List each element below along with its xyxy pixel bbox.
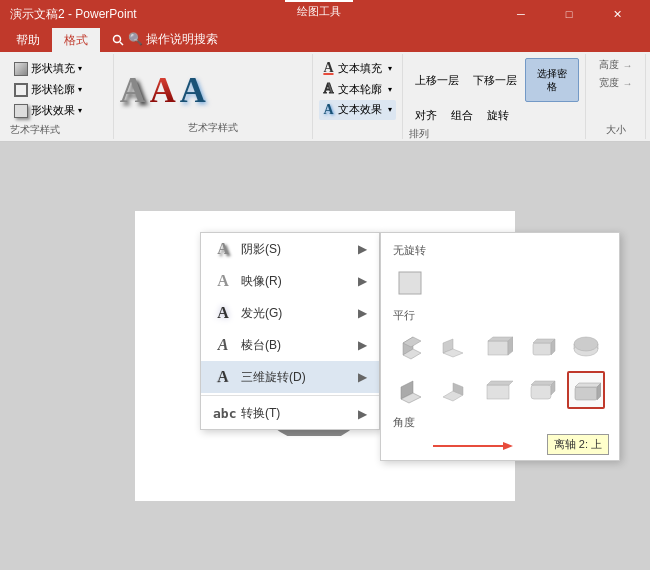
select-dense-label: 选择密格 bbox=[532, 67, 572, 93]
bevel-item[interactable]: A 棱台(B) ▶ bbox=[201, 329, 379, 361]
reflection-label: 映像(R) bbox=[241, 273, 282, 290]
close-btn[interactable]: ✕ bbox=[594, 0, 640, 28]
shape-effect-icon bbox=[14, 104, 28, 118]
group-btn[interactable]: 组合 bbox=[445, 106, 479, 125]
minimize-btn[interactable]: ─ bbox=[498, 0, 544, 28]
transform-item[interactable]: abc 转换(T) ▶ bbox=[201, 398, 379, 429]
art-style-group: A A A 艺术字样式 bbox=[114, 54, 314, 139]
3d-shape-2 bbox=[439, 333, 469, 363]
select-dense-btn[interactable]: 选择密格 bbox=[525, 58, 579, 102]
arrange-label: 排列 bbox=[409, 125, 579, 141]
window-controls: ─ □ ✕ bbox=[498, 0, 640, 28]
shape-outline-row: 形状轮廓 ▾ bbox=[10, 79, 107, 100]
3d-shape-7 bbox=[439, 375, 469, 405]
text-effect-arrow[interactable]: ▾ bbox=[388, 105, 392, 114]
glow-item[interactable]: A 发光(G) ▶ bbox=[201, 297, 379, 329]
shape-styles-group: 形状填充 ▾ 形状轮廓 ▾ 形状效果 ▾ 艺术字样式 bbox=[4, 54, 114, 139]
3d-shape-8 bbox=[483, 375, 513, 405]
parallel-item-3[interactable] bbox=[479, 329, 517, 367]
transform-icon: abc bbox=[213, 406, 233, 421]
text-effect-btn[interactable]: A 文本效果 ▾ bbox=[319, 100, 396, 121]
text-fill-icon: A bbox=[323, 60, 333, 77]
art-letter-red[interactable]: A bbox=[150, 72, 176, 108]
height-arrow: → bbox=[623, 60, 633, 71]
tooltip: 离轴 2: 上 bbox=[547, 434, 609, 455]
size-group: 高度 → 宽度 → 大小 bbox=[586, 54, 646, 139]
text-outline-icon: A bbox=[323, 81, 333, 98]
svg-rect-2 bbox=[399, 272, 421, 294]
width-label: 宽度 bbox=[599, 76, 619, 90]
text-fill-btn[interactable]: A 文本填充 ▾ bbox=[319, 58, 396, 79]
rotate3d-arrow-icon: ▶ bbox=[358, 370, 367, 384]
parallel-item-7[interactable] bbox=[435, 371, 473, 409]
text-outline-arrow[interactable]: ▾ bbox=[388, 85, 392, 94]
tooltip-arrow bbox=[433, 438, 513, 454]
search-tab[interactable]: 🔍 操作说明搜索 bbox=[100, 27, 230, 52]
shape-effect-row: 形状效果 ▾ bbox=[10, 100, 107, 121]
parallel-grid-row1 bbox=[387, 327, 613, 369]
shadow-label: 阴影(S) bbox=[241, 241, 281, 258]
glow-arrow-icon: ▶ bbox=[358, 306, 367, 320]
dropdown-arrow-icon2[interactable]: ▾ bbox=[78, 85, 82, 94]
title-text: 演示文稿2 - PowerPoint bbox=[10, 6, 137, 23]
dropdown-arrow-icon3[interactable]: ▾ bbox=[78, 106, 82, 115]
text-effects-group: A 文本填充 ▾ A 文本轮廓 ▾ A 文本效果 ▾ bbox=[313, 54, 403, 139]
3d-shape-9 bbox=[527, 375, 557, 405]
svg-marker-29 bbox=[503, 442, 513, 450]
parallel-item-5[interactable] bbox=[567, 329, 605, 367]
no-rotation-item[interactable] bbox=[391, 264, 429, 302]
tab-format[interactable]: 格式 bbox=[52, 28, 100, 52]
parallel-item-4[interactable] bbox=[523, 329, 561, 367]
arrange-row1: 上移一层 下移一层 选择密格 bbox=[409, 58, 579, 102]
text-fill-arrow[interactable]: ▾ bbox=[388, 64, 392, 73]
parallel-grid-row2 bbox=[387, 369, 613, 411]
shadow-icon: A bbox=[213, 240, 233, 258]
parallel-item-9[interactable] bbox=[523, 371, 561, 409]
art-letter-blue[interactable]: A bbox=[180, 72, 206, 108]
parallel-item-2[interactable] bbox=[435, 329, 473, 367]
bevel-label: 棱台(B) bbox=[241, 337, 281, 354]
submenu-3d: 无旋转 平行 bbox=[380, 232, 620, 461]
shape-fill-row: 形状填充 ▾ bbox=[10, 58, 107, 79]
svg-rect-22 bbox=[531, 385, 551, 399]
tab-help[interactable]: 帮助 bbox=[4, 28, 52, 52]
3d-shape-4 bbox=[527, 333, 557, 363]
shape-outline-btn[interactable]: 形状轮廓 ▾ bbox=[10, 80, 86, 99]
parallel-item-10[interactable] bbox=[567, 371, 605, 409]
bring-up-btn[interactable]: 上移一层 bbox=[409, 71, 465, 90]
maximize-btn[interactable]: □ bbox=[546, 0, 592, 28]
text-effect-label: 文本效果 bbox=[338, 102, 382, 117]
rotate3d-label: 三维旋转(D) bbox=[241, 369, 306, 386]
parallel-item-1[interactable] bbox=[391, 329, 429, 367]
rotate-btn[interactable]: 旋转 bbox=[481, 106, 515, 125]
app-title: 演示文稿2 - PowerPoint bbox=[10, 6, 498, 23]
text-outline-btn[interactable]: A 文本轮廓 ▾ bbox=[319, 79, 396, 100]
3d-shape-10 bbox=[571, 375, 601, 405]
parallel-item-6[interactable] bbox=[391, 371, 429, 409]
3d-shape-5 bbox=[571, 333, 601, 363]
reflection-item[interactable]: A 映像(R) ▶ bbox=[201, 265, 379, 297]
3d-shape-6 bbox=[395, 375, 425, 405]
align-btn[interactable]: 对齐 bbox=[409, 106, 443, 125]
glow-label: 发光(G) bbox=[241, 305, 282, 322]
shape-fill-label: 形状填充 bbox=[31, 61, 75, 76]
shape-outline-icon bbox=[14, 83, 28, 97]
shape-effect-btn[interactable]: 形状效果 ▾ bbox=[10, 101, 86, 120]
shape-fill-btn[interactable]: 形状填充 ▾ bbox=[10, 59, 86, 78]
shadow-arrow-icon: ▶ bbox=[358, 242, 367, 256]
svg-rect-8 bbox=[488, 341, 508, 355]
dropdown-arrow-icon[interactable]: ▾ bbox=[78, 64, 82, 73]
art-letter-gray[interactable]: A bbox=[120, 72, 146, 108]
parallel-title: 平行 bbox=[387, 304, 613, 327]
bevel-icon: A bbox=[213, 336, 233, 354]
text-effect-icon: A bbox=[323, 102, 333, 119]
rotate3d-item[interactable]: A 三维旋转(D) ▶ bbox=[201, 361, 379, 393]
svg-point-0 bbox=[114, 35, 121, 42]
main-content: A 阴影(S) ▶ A 映像(R) ▶ A 发光(G) ▶ A 棱台(B) ▶ … bbox=[0, 142, 650, 570]
svg-rect-25 bbox=[575, 387, 597, 400]
parallel-item-8[interactable] bbox=[479, 371, 517, 409]
height-label: 高度 bbox=[599, 58, 619, 72]
send-down-btn[interactable]: 下移一层 bbox=[467, 71, 523, 90]
shadow-item[interactable]: A 阴影(S) ▶ bbox=[201, 233, 379, 265]
text-fill-label: 文本填充 bbox=[338, 61, 382, 76]
